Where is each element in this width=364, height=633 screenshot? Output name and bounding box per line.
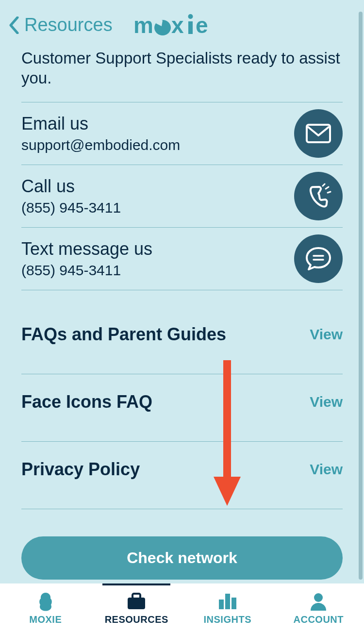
- svg-text:e: e: [196, 13, 208, 37]
- section-privacy[interactable]: Privacy Policy View: [21, 442, 343, 509]
- section-faqs[interactable]: FAQs and Parent Guides View: [21, 307, 343, 374]
- svg-line-6: [323, 184, 325, 186]
- view-link[interactable]: View: [310, 326, 343, 343]
- view-link[interactable]: View: [310, 461, 343, 478]
- header: Resources m x e: [0, 0, 364, 45]
- tab-label: RESOURCES: [105, 614, 168, 625]
- intro-text: Customer Support Specialists ready to as…: [21, 45, 343, 102]
- contact-title: Text message us: [21, 239, 152, 259]
- svg-rect-17: [232, 598, 236, 609]
- svg-rect-5: [307, 125, 330, 142]
- contact-sub: (855) 945-3411: [21, 262, 152, 279]
- back-button[interactable]: Resources: [9, 15, 113, 35]
- bar-chart-icon: [218, 592, 237, 611]
- check-network-button[interactable]: Check network: [21, 536, 343, 580]
- svg-rect-15: [219, 600, 224, 609]
- moxie-icon: [36, 592, 55, 611]
- contact-row-email[interactable]: Email us support@embodied.com: [21, 102, 343, 165]
- contact-title: Email us: [21, 114, 180, 134]
- svg-text:x: x: [171, 13, 184, 37]
- briefcase-icon: [127, 592, 146, 611]
- tab-account[interactable]: ACCOUNT: [273, 583, 364, 633]
- contact-row-text[interactable]: Text message us (855) 945-3411: [21, 227, 343, 290]
- header-title: Resources: [24, 15, 113, 35]
- contact-sub: support@embodied.com: [21, 137, 180, 153]
- tab-insights[interactable]: INSIGHTS: [182, 583, 273, 633]
- logo-text: m: [133, 13, 152, 37]
- tab-resources[interactable]: RESOURCES: [91, 583, 182, 633]
- contact-title: Call us: [21, 176, 121, 197]
- phone-icon[interactable]: [294, 172, 343, 220]
- chat-icon[interactable]: [294, 234, 343, 283]
- tab-moxie[interactable]: MOXIE: [0, 583, 91, 633]
- tab-label: INSIGHTS: [204, 614, 251, 625]
- section-face-icons[interactable]: Face Icons FAQ View: [21, 374, 343, 442]
- svg-rect-2: [188, 21, 193, 34]
- tab-label: ACCOUNT: [294, 614, 344, 625]
- view-link[interactable]: View: [310, 394, 343, 410]
- person-icon: [309, 592, 328, 611]
- chevron-left-icon: [9, 17, 19, 34]
- section-title: Face Icons FAQ: [21, 392, 152, 412]
- contact-row-call[interactable]: Call us (855) 945-3411: [21, 165, 343, 227]
- section-title: FAQs and Parent Guides: [21, 324, 226, 345]
- svg-line-7: [326, 187, 329, 189]
- contact-sub: (855) 945-3411: [21, 200, 121, 216]
- svg-rect-16: [225, 594, 230, 609]
- scrollbar[interactable]: [359, 12, 363, 580]
- svg-line-8: [328, 192, 331, 193]
- svg-point-3: [188, 14, 193, 19]
- section-title: Privacy Policy: [21, 459, 140, 480]
- svg-rect-14: [132, 594, 140, 599]
- mail-icon[interactable]: [294, 109, 343, 158]
- main-content: Customer Support Specialists ready to as…: [0, 45, 364, 580]
- svg-point-18: [314, 593, 323, 602]
- tab-label: MOXIE: [29, 614, 62, 625]
- app-logo: m x e: [133, 13, 231, 39]
- tab-bar: MOXIE RESOURCES INSIGHTS ACCOUNT: [0, 583, 364, 633]
